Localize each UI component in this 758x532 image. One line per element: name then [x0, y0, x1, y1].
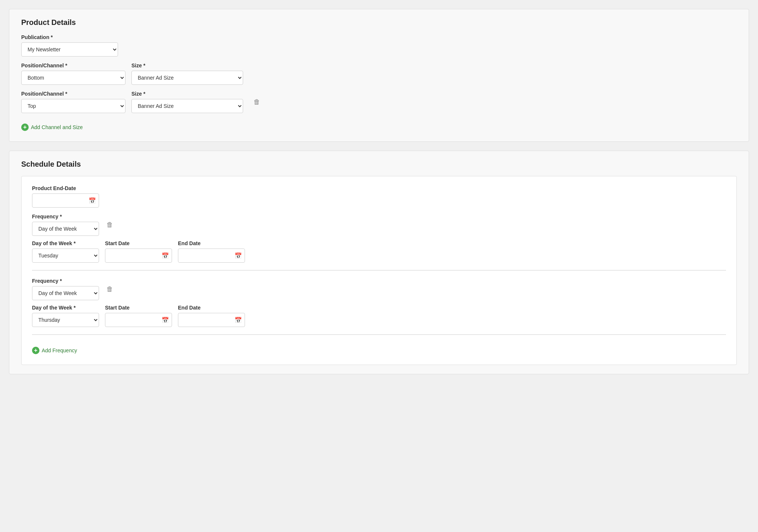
position-channel-2-select[interactable]: Bottom Top: [21, 99, 125, 113]
frequency-1-row: Frequency * Day of the Week Weekly Month…: [32, 214, 726, 236]
position-channel-1-group: Position/Channel * Bottom Top: [21, 63, 125, 85]
end-date-2-label: End Date: [178, 305, 245, 311]
product-end-date-wrap: 📅: [32, 193, 99, 208]
position-channel-2-label: Position/Channel *: [21, 91, 125, 97]
size-2-group: Size * Banner Ad Size: [131, 91, 243, 113]
position-size-row-2: Position/Channel * Bottom Top Size * Ban…: [21, 91, 737, 113]
end-date-1-label: End Date: [178, 240, 245, 246]
size-1-select[interactable]: Banner Ad Size: [131, 71, 243, 85]
frequency-1-label: Frequency *: [32, 214, 99, 219]
add-channel-size-label: Add Channel and Size: [31, 124, 83, 130]
frequency-2-row: Frequency * Day of the Week Weekly Month…: [32, 278, 726, 300]
size-2-label: Size *: [131, 91, 243, 97]
start-date-2-wrap: 📅: [105, 313, 172, 327]
day-of-week-1-label: Day of the Week *: [32, 240, 99, 246]
start-date-1-group: Start Date 📅: [105, 240, 172, 263]
add-frequency-plus-icon: +: [32, 347, 39, 354]
day-of-week-2-group: Day of the Week * Sunday Monday Tuesday …: [32, 305, 99, 327]
product-details-section: Product Details Publication * My Newslet…: [9, 9, 749, 142]
frequency-2-group: Frequency * Day of the Week Weekly Month…: [32, 278, 99, 300]
end-date-1-group: End Date 📅: [178, 240, 245, 263]
start-date-2-group: Start Date 📅: [105, 305, 172, 327]
frequency-1-group: Frequency * Day of the Week Weekly Month…: [32, 214, 99, 236]
day-of-week-2-select[interactable]: Sunday Monday Tuesday Wednesday Thursday…: [32, 313, 99, 327]
product-end-date-label: Product End-Date: [32, 185, 726, 191]
position-channel-2-group: Position/Channel * Bottom Top: [21, 91, 125, 113]
add-frequency-label: Add Frequency: [42, 347, 77, 353]
size-1-label: Size *: [131, 63, 243, 68]
start-date-1-label: Start Date: [105, 240, 172, 246]
position-size-row-1: Position/Channel * Bottom Top Size * Ban…: [21, 63, 737, 85]
start-date-2-label: Start Date: [105, 305, 172, 311]
frequency-divider-2: [32, 334, 726, 335]
publication-group: Publication * My Newsletter: [21, 34, 737, 57]
end-date-1-wrap: 📅: [178, 249, 245, 263]
end-date-2-wrap: 📅: [178, 313, 245, 327]
product-end-date-group: Product End-Date 📅: [32, 185, 726, 208]
day-of-week-2-label: Day of the Week *: [32, 305, 99, 311]
frequency-2-label: Frequency *: [32, 278, 99, 284]
start-date-2-input[interactable]: [105, 313, 172, 327]
day-of-week-1-select[interactable]: Sunday Monday Tuesday Wednesday Thursday…: [32, 249, 99, 263]
delete-frequency-2-button[interactable]: 🗑: [105, 284, 115, 295]
frequency-1-select[interactable]: Day of the Week Weekly Monthly: [32, 222, 99, 236]
start-date-1-input[interactable]: [105, 249, 172, 263]
product-details-title: Product Details: [21, 18, 737, 27]
schedule-details-title: Schedule Details: [21, 160, 737, 169]
product-end-date-input[interactable]: [32, 193, 99, 208]
frequency-divider-1: [32, 270, 726, 270]
end-date-2-group: End Date 📅: [178, 305, 245, 327]
position-channel-1-select[interactable]: Bottom Top: [21, 71, 125, 85]
publication-select[interactable]: My Newsletter: [21, 42, 118, 57]
frequency-block-2: Frequency * Day of the Week Weekly Month…: [32, 278, 726, 327]
dow-dates-row-1: Day of the Week * Sunday Monday Tuesday …: [32, 240, 726, 263]
add-frequency-button[interactable]: + Add Frequency: [32, 345, 77, 356]
start-date-1-wrap: 📅: [105, 249, 172, 263]
add-channel-size-button[interactable]: + Add Channel and Size: [21, 122, 83, 132]
frequency-2-select[interactable]: Day of the Week Weekly Monthly: [32, 286, 99, 300]
schedule-details-section: Schedule Details Product End-Date 📅 Freq…: [9, 151, 749, 374]
dow-dates-row-2: Day of the Week * Sunday Monday Tuesday …: [32, 305, 726, 327]
delete-position-2-button[interactable]: 🗑: [252, 97, 262, 108]
schedule-inner-container: Product End-Date 📅 Frequency * Day of th…: [21, 176, 737, 365]
day-of-week-1-group: Day of the Week * Sunday Monday Tuesday …: [32, 240, 99, 263]
size-1-group: Size * Banner Ad Size: [131, 63, 243, 85]
add-channel-plus-icon: +: [21, 124, 29, 131]
delete-frequency-1-button[interactable]: 🗑: [105, 219, 115, 230]
frequency-block-1: Frequency * Day of the Week Weekly Month…: [32, 214, 726, 263]
size-2-select[interactable]: Banner Ad Size: [131, 99, 243, 113]
publication-label: Publication *: [21, 34, 737, 40]
end-date-1-input[interactable]: [178, 249, 245, 263]
end-date-2-input[interactable]: [178, 313, 245, 327]
position-channel-1-label: Position/Channel *: [21, 63, 125, 68]
